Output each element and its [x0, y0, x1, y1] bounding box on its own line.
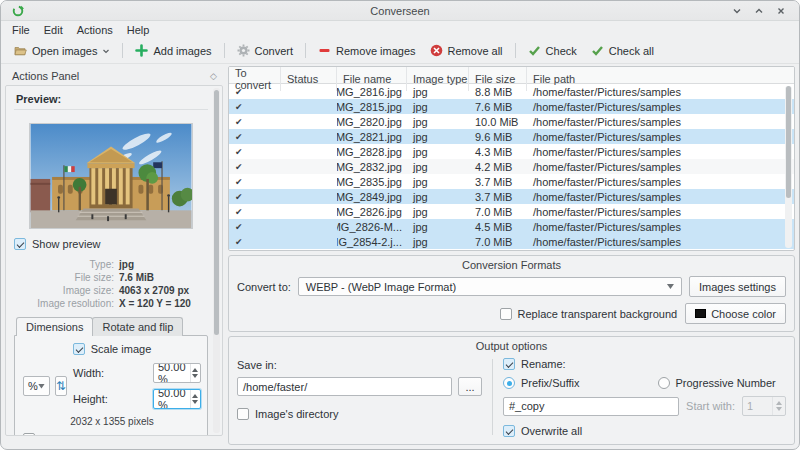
table-cell	[281, 219, 337, 234]
spin-arrows[interactable]	[190, 390, 200, 408]
toolbar-separator	[305, 43, 306, 58]
link-aspect-checkbox[interactable]: Link aspect with selected image	[23, 433, 201, 436]
check-all-button[interactable]: Check all	[584, 41, 661, 60]
row-check-icon[interactable]: ✔	[235, 222, 243, 232]
toolbar-separator	[224, 43, 225, 58]
row-check-icon[interactable]: ✔	[235, 147, 243, 157]
table-cell: IMG_2816.jpg	[337, 84, 407, 99]
output-options-group: Output options Save in: /home/faster/ ..…	[228, 336, 795, 445]
table-cell: ✔	[229, 204, 281, 219]
table-row[interactable]: ✔IMG_2854-2.j...jpg7.0 MiB/home/faster/P…	[229, 234, 794, 249]
checkbox-box[interactable]	[500, 308, 512, 320]
menu-actions[interactable]: Actions	[70, 23, 120, 37]
conversion-formats-group: Conversion Formats Convert to: WEBP - (W…	[228, 255, 795, 332]
toolbar-separator	[122, 43, 123, 58]
table-row[interactable]: ✔IMG_2826.jpgjpg7.0 MiB/home/faster/Pict…	[229, 204, 794, 219]
table-cell: jpg	[407, 159, 469, 174]
format-select[interactable]: WEBP - (WebP Image Format)	[298, 277, 682, 296]
row-check-icon[interactable]: ✔	[235, 87, 243, 97]
table-cell: IMG_2835.jpg	[337, 174, 407, 189]
menu-file[interactable]: File	[5, 23, 37, 37]
row-check-icon[interactable]: ✔	[235, 207, 243, 217]
table-cell: IMG_2828.jpg	[337, 144, 407, 159]
spin-arrows[interactable]	[190, 364, 200, 382]
close-icon[interactable]	[775, 5, 787, 17]
float-panel-icon[interactable]: ◇	[210, 71, 217, 81]
info-row: Image resolution:X = 120 Y = 120	[14, 297, 208, 310]
tab-dimensions[interactable]: Dimensions	[16, 317, 93, 336]
add-images-button[interactable]: Add images	[128, 41, 218, 60]
checkbox-box[interactable]	[73, 343, 85, 355]
menu-edit[interactable]: Edit	[37, 23, 70, 37]
remove-images-button[interactable]: Remove images	[311, 41, 422, 60]
table-row[interactable]: ✔IMG_2835.jpgjpg3.7 MiB/home/faster/Pict…	[229, 174, 794, 189]
info-value: X = 120 Y = 120	[119, 297, 208, 310]
minimize-icon[interactable]	[731, 5, 743, 17]
row-check-icon[interactable]: ✔	[235, 192, 243, 202]
width-spinbox[interactable]: 50.00 %	[153, 363, 201, 383]
table-cell: ✔	[229, 219, 281, 234]
table-row[interactable]: ✔IMG_2832.jpgjpg4.2 MiB/home/faster/Pict…	[229, 159, 794, 174]
plus-icon	[135, 44, 148, 57]
replace-transparent-checkbox[interactable]: Replace transparent background	[500, 308, 678, 320]
table-row[interactable]: ✔IMG_2828.jpgjpg4.3 MiB/home/faster/Pict…	[229, 144, 794, 159]
row-check-icon[interactable]: ✔	[235, 102, 243, 112]
row-check-icon[interactable]: ✔	[235, 162, 243, 172]
checkbox-box[interactable]	[23, 433, 35, 436]
table-cell: 7.0 MiB	[469, 204, 527, 219]
height-spinbox[interactable]: 50.00 %	[153, 389, 201, 409]
checkbox-box[interactable]	[14, 238, 26, 250]
images-settings-button[interactable]: Images settings	[689, 276, 786, 297]
scale-image-checkbox[interactable]: Scale image	[73, 343, 152, 355]
rename-pattern-input[interactable]: #_copy	[503, 397, 679, 416]
main-area: To convertStatusFile nameImage typeFile …	[228, 66, 795, 436]
folder-open-icon	[14, 44, 27, 57]
table-row[interactable]: ✔IMG_2820.jpgjpg10.0 MiB/home/faster/Pic…	[229, 114, 794, 129]
table-cell: IMG_2826.jpg	[337, 204, 407, 219]
open-images-button[interactable]: Open images	[7, 41, 117, 60]
table-cell: ✔	[229, 189, 281, 204]
chevron-down-icon	[102, 47, 110, 55]
unit-select[interactable]: %	[23, 376, 50, 396]
table-row[interactable]: ✔IMG_2821.jpgjpg9.6 MiB/home/faster/Pict…	[229, 129, 794, 144]
table-cell: jpg	[407, 114, 469, 129]
save-in-input[interactable]: /home/faster/	[237, 377, 452, 396]
checkbox-box[interactable]	[237, 408, 249, 420]
images-directory-checkbox[interactable]: Image's directory	[237, 408, 482, 420]
show-preview-checkbox[interactable]: Show preview	[14, 238, 208, 250]
table-row[interactable]: ✔IMG_2816.jpgjpg8.8 MiB/home/faster/Pict…	[229, 84, 794, 99]
progressive-number-radio[interactable]	[658, 377, 670, 389]
swap-dimensions-button[interactable]: ⇅	[55, 376, 67, 396]
table-row[interactable]: ✔IMG_2849.jpgjpg3.7 MiB/home/faster/Pict…	[229, 189, 794, 204]
title-bar: Converseen	[1, 1, 799, 21]
panel-scrollbar[interactable]	[213, 88, 220, 433]
menu-help[interactable]: Help	[120, 23, 157, 37]
checkbox-box[interactable]	[503, 358, 515, 370]
table-scrollbar[interactable]	[785, 86, 792, 248]
table-cell: ✔	[229, 234, 281, 249]
spin-arrows[interactable]	[772, 397, 785, 415]
tab-rotate-and-flip[interactable]: Rotate and flip	[92, 317, 183, 336]
checkbox-box[interactable]	[503, 425, 515, 437]
check-button[interactable]: Check	[521, 41, 584, 60]
table-cell: 4.3 MiB	[469, 144, 527, 159]
table-row[interactable]: ✔IMG_2826-M...jpg4.5 MiB/home/faster/Pic…	[229, 219, 794, 234]
row-check-icon[interactable]: ✔	[235, 237, 243, 247]
start-with-label: Start with:	[686, 400, 735, 412]
rename-checkbox[interactable]: Rename:	[503, 358, 786, 370]
table-cell: jpg	[407, 144, 469, 159]
row-check-icon[interactable]: ✔	[235, 132, 243, 142]
browse-button[interactable]: ...	[458, 377, 482, 396]
start-with-spinbox[interactable]: 1	[742, 396, 786, 416]
table-cell: /home/faster/Pictures/samples	[527, 219, 794, 234]
table-cell: IMG_2849.jpg	[337, 189, 407, 204]
row-check-icon[interactable]: ✔	[235, 177, 243, 187]
remove-all-button[interactable]: Remove all	[423, 41, 510, 60]
prefix-suffix-radio[interactable]	[503, 377, 515, 389]
table-row[interactable]: ✔IMG_2815.jpgjpg7.6 MiB/home/faster/Pict…	[229, 99, 794, 114]
table-cell	[281, 144, 337, 159]
choose-color-button[interactable]: Choose color	[685, 303, 786, 324]
convert-button[interactable]: Convert	[230, 41, 301, 60]
maximize-icon[interactable]	[753, 5, 765, 17]
row-check-icon[interactable]: ✔	[235, 117, 243, 127]
